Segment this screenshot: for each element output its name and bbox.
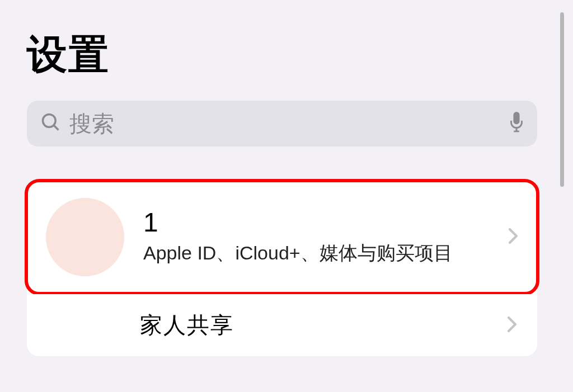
page-title: 设置 — [27, 28, 537, 82]
header: 设置 — [0, 0, 564, 93]
search-input[interactable] — [69, 101, 501, 147]
account-section: 1 Apple ID、iCloud+、媒体与购买项目 家人共享 — [27, 179, 537, 356]
chevron-right-icon — [508, 227, 518, 247]
search-bar[interactable] — [27, 101, 537, 147]
svg-point-0 — [43, 114, 55, 127]
settings-page: 设置 1 Apple ID、iCloud+、媒体与购买项目 — [0, 0, 564, 386]
search-icon — [40, 112, 69, 135]
family-sharing-row[interactable]: 家人共享 — [27, 294, 537, 356]
mic-icon[interactable] — [501, 112, 524, 135]
scroll-indicator[interactable] — [560, 12, 564, 187]
chevron-right-icon — [507, 315, 517, 336]
avatar — [46, 198, 124, 276]
account-subtitle: Apple ID、iCloud+、媒体与购买项目 — [143, 240, 497, 266]
apple-id-row[interactable]: 1 Apple ID、iCloud+、媒体与购买项目 — [25, 179, 539, 295]
svg-line-1 — [54, 125, 58, 130]
account-info: 1 Apple ID、iCloud+、媒体与购买项目 — [143, 208, 497, 267]
svg-rect-2 — [513, 112, 519, 124]
account-name: 1 — [143, 208, 497, 238]
family-sharing-label: 家人共享 — [140, 310, 496, 341]
